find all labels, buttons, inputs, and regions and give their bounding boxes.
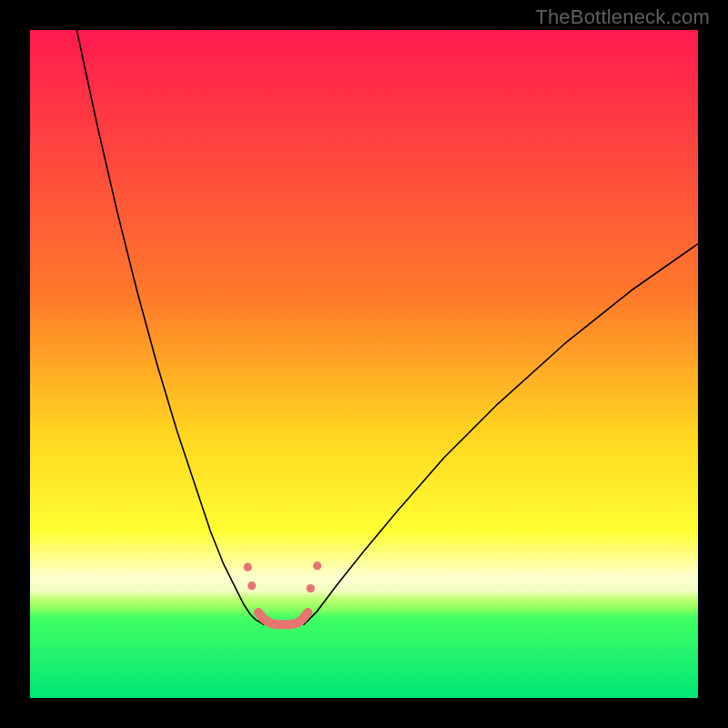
watermark-text: TheBottleneck.com <box>535 5 710 29</box>
chart-frame: TheBottleneck.com <box>0 0 728 728</box>
marker-dot <box>248 581 256 590</box>
plot-area <box>30 30 698 698</box>
marker-dot <box>244 563 252 571</box>
marker-dot <box>313 561 321 570</box>
marker-dot <box>307 584 315 592</box>
gradient-background <box>30 30 698 698</box>
plot-svg <box>30 30 698 698</box>
